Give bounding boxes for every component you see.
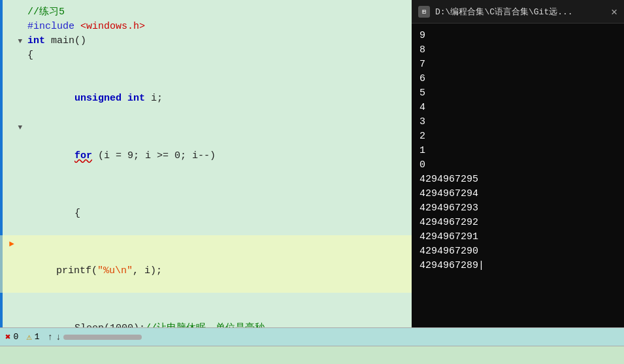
code-line-2: #include <windows.h> bbox=[0, 20, 412, 34]
error-count: 0 bbox=[13, 332, 18, 342]
scroll-controls: ↑ ↓ bbox=[48, 332, 142, 342]
warning-icon: ⚠ bbox=[26, 331, 31, 342]
code-text-6: for (i = 9; i >= 0; i--) bbox=[25, 120, 412, 178]
code-text-7: { bbox=[25, 178, 412, 235]
terminal-line-15: 4294967291 bbox=[419, 230, 616, 244]
terminal-line-17: 4294967289 bbox=[419, 259, 616, 273]
terminal-output: 9 8 7 6 5 4 3 2 1 0 4294967295 429496729… bbox=[412, 24, 624, 327]
code-line-7: { bbox=[0, 178, 412, 235]
status-warnings: ⚠ 1 bbox=[26, 331, 39, 342]
status-errors: ✖ 0 bbox=[5, 331, 18, 342]
terminal-icon: ⊞ bbox=[418, 6, 430, 18]
error-icon: ✖ bbox=[5, 331, 10, 342]
terminal-line-3: 7 bbox=[419, 58, 616, 72]
gutter-6: ▼ bbox=[7, 120, 25, 135]
code-line-5: unsigned int i; bbox=[0, 63, 412, 120]
fold-icon-3[interactable]: ▼ bbox=[18, 34, 22, 48]
main-area: //练习5 #include <windows.h> ▼ int main() … bbox=[0, 0, 624, 327]
bottom-toolbar bbox=[0, 346, 624, 364]
terminal-line-4: 6 bbox=[419, 72, 616, 86]
code-line-4: { bbox=[0, 48, 412, 63]
scroll-down-button[interactable]: ↓ bbox=[56, 332, 61, 342]
terminal-line-5: 5 bbox=[419, 86, 616, 101]
code-line-6: ▼ for (i = 9; i >= 0; i--) bbox=[0, 120, 412, 178]
horizontal-scrollbar[interactable] bbox=[63, 335, 142, 340]
editor-pane: //练习5 #include <windows.h> ▼ int main() … bbox=[0, 0, 412, 327]
terminal-line-12: 4294967294 bbox=[419, 187, 616, 201]
code-text-5: unsigned int i; bbox=[25, 63, 412, 120]
fold-icon-6[interactable]: ▼ bbox=[18, 120, 22, 135]
code-text-8: printf("%u\n", i); bbox=[7, 235, 412, 293]
terminal-line-13: 4294967293 bbox=[419, 201, 616, 216]
terminal-line-16: 4294967290 bbox=[419, 244, 616, 259]
code-text-9: Sleep(1000);//让电脑休眠，单位是毫秒 bbox=[25, 293, 412, 327]
status-bar: ✖ 0 ⚠ 1 ↑ ↓ bbox=[0, 327, 624, 346]
terminal-pane: ⊞ D:\编程合集\C语言合集\Git远... ✕ 9 8 7 6 5 4 3 … bbox=[412, 0, 624, 327]
terminal-line-9: 1 bbox=[419, 144, 616, 158]
code-text-3: int main() bbox=[25, 34, 412, 48]
terminal-titlebar: ⊞ D:\编程合集\C语言合集\Git远... ✕ bbox=[412, 0, 624, 24]
code-line-9: Sleep(1000);//让电脑休眠，单位是毫秒 bbox=[0, 293, 412, 327]
terminal-line-6: 4 bbox=[419, 101, 616, 115]
gutter-3: ▼ bbox=[7, 34, 25, 48]
terminal-line-11: 4294967295 bbox=[419, 173, 616, 187]
terminal-line-10: 0 bbox=[419, 158, 616, 173]
terminal-line-1: 9 bbox=[419, 29, 616, 43]
scroll-up-button[interactable]: ↑ bbox=[48, 332, 53, 342]
warn-count: 1 bbox=[35, 332, 40, 342]
terminal-title: D:\编程合集\C语言合集\Git远... bbox=[435, 6, 606, 18]
code-line-1: //练习5 bbox=[0, 5, 412, 20]
code-text-4: { bbox=[25, 48, 412, 63]
code-text-2: #include <windows.h> bbox=[25, 20, 412, 34]
terminal-line-7: 3 bbox=[419, 115, 616, 129]
code-line-3: ▼ int main() bbox=[0, 34, 412, 48]
terminal-line-8: 2 bbox=[419, 129, 616, 144]
code-text-1: //练习5 bbox=[25, 5, 412, 20]
terminal-close-button[interactable]: ✕ bbox=[611, 5, 617, 18]
terminal-line-14: 4294967292 bbox=[419, 216, 616, 230]
terminal-line-2: 8 bbox=[419, 43, 616, 58]
code-line-8: ► printf("%u\n", i); bbox=[0, 235, 412, 293]
